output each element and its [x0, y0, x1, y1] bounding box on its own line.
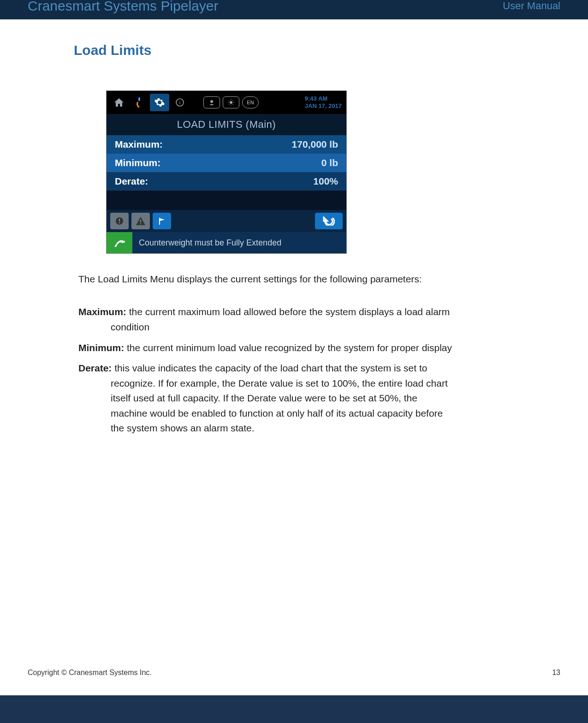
- def-der-text-1: this value indicates the capacity of the…: [114, 363, 427, 373]
- definition-derate: Derate: this value indicates the capacit…: [78, 361, 505, 436]
- def-min-label: Minimum:: [78, 342, 124, 353]
- def-der-text-5: the system shows an alarm state.: [78, 421, 505, 436]
- user-icon[interactable]: [203, 96, 220, 108]
- svg-rect-15: [119, 222, 120, 223]
- device-time: 9:43 AM: [305, 95, 342, 102]
- device-screenshot: i EN 9:43 AM JAN 17, 2017 LOAD: [106, 90, 347, 254]
- back-undo-icon[interactable]: [315, 213, 343, 229]
- row-maximum-value: 170,000 lb: [292, 139, 338, 150]
- page-bottom-bar: [0, 695, 588, 723]
- def-max-text-2: condition: [78, 320, 505, 335]
- footer-copyright: Copyright © Cranesmart Systems Inc.: [28, 669, 152, 677]
- gear-icon[interactable]: [150, 94, 169, 111]
- svg-text:i: i: [179, 100, 180, 105]
- warning-triangle-icon[interactable]: [131, 213, 150, 229]
- device-top-bar: i EN 9:43 AM JAN 17, 2017: [107, 91, 346, 114]
- svg-line-9: [229, 100, 230, 101]
- brightness-icon[interactable]: [223, 96, 239, 108]
- def-der-text-3: itself used at full capacity. If the Der…: [78, 391, 505, 406]
- svg-rect-14: [119, 219, 120, 221]
- svg-point-19: [123, 241, 125, 243]
- def-der-label: Derate:: [78, 363, 112, 373]
- intro-paragraph: The Load Limits Menu displays the curren…: [78, 272, 505, 286]
- device-spacer: [107, 191, 346, 210]
- svg-point-4: [230, 101, 232, 104]
- def-der-text-4: machine would be enabled to function at …: [78, 406, 505, 421]
- def-min-text: the current minimum load value recognize…: [127, 342, 452, 353]
- def-max-text-1: the current maximum load allowed before …: [129, 306, 450, 317]
- cranesmart-logo-icon[interactable]: [130, 94, 149, 111]
- row-minimum-value: 0 lb: [321, 157, 338, 168]
- svg-line-11: [229, 104, 230, 105]
- row-minimum-label: Minimum:: [115, 157, 160, 168]
- svg-line-10: [233, 104, 234, 105]
- flag-icon[interactable]: [153, 213, 171, 229]
- device-status-message: Counterweight must be Fully Extended: [107, 232, 346, 253]
- page-header: Cranesmart Systems Pipelayer User Manual: [0, 0, 588, 19]
- device-footer-bar: [107, 210, 346, 232]
- language-badge[interactable]: EN: [242, 96, 259, 108]
- device-date: JAN 17, 2017: [305, 102, 342, 110]
- svg-rect-0: [138, 97, 140, 101]
- info-icon[interactable]: i: [170, 94, 190, 111]
- row-derate[interactable]: Derate: 100%: [107, 172, 346, 191]
- page-footer: Copyright © Cranesmart Systems Inc. 13: [28, 669, 560, 677]
- definition-maximum: Maximum: the current maximum load allowe…: [78, 305, 505, 335]
- header-product-title: Cranesmart Systems Pipelayer: [28, 0, 218, 14]
- definition-minimum: Minimum: the current minimum load value …: [78, 341, 505, 356]
- header-doc-type: User Manual: [503, 0, 560, 12]
- def-der-text-2: recognize. If for example, the Derate va…: [78, 376, 505, 391]
- svg-line-12: [233, 100, 234, 101]
- device-status-text: Counterweight must be Fully Extended: [132, 238, 281, 248]
- svg-rect-17: [140, 223, 141, 224]
- device-screen-title: LOAD LIMITS (Main): [107, 114, 346, 135]
- svg-point-3: [210, 100, 213, 103]
- def-max-label: Maximum:: [78, 306, 126, 317]
- row-maximum[interactable]: Maximum: 170,000 lb: [107, 135, 346, 154]
- device-clock: 9:43 AM JAN 17, 2017: [305, 95, 344, 109]
- section-heading: Load Limits: [74, 42, 560, 58]
- row-minimum[interactable]: Minimum: 0 lb: [107, 154, 346, 172]
- row-derate-value: 100%: [313, 176, 338, 187]
- row-maximum-label: Maximum:: [115, 139, 163, 150]
- home-icon[interactable]: [109, 94, 129, 111]
- svg-rect-16: [140, 220, 141, 222]
- footer-page-number: 13: [552, 669, 560, 677]
- counterweight-icon: [107, 232, 132, 253]
- row-derate-label: Derate:: [115, 176, 148, 187]
- alert-circle-icon[interactable]: [110, 213, 129, 229]
